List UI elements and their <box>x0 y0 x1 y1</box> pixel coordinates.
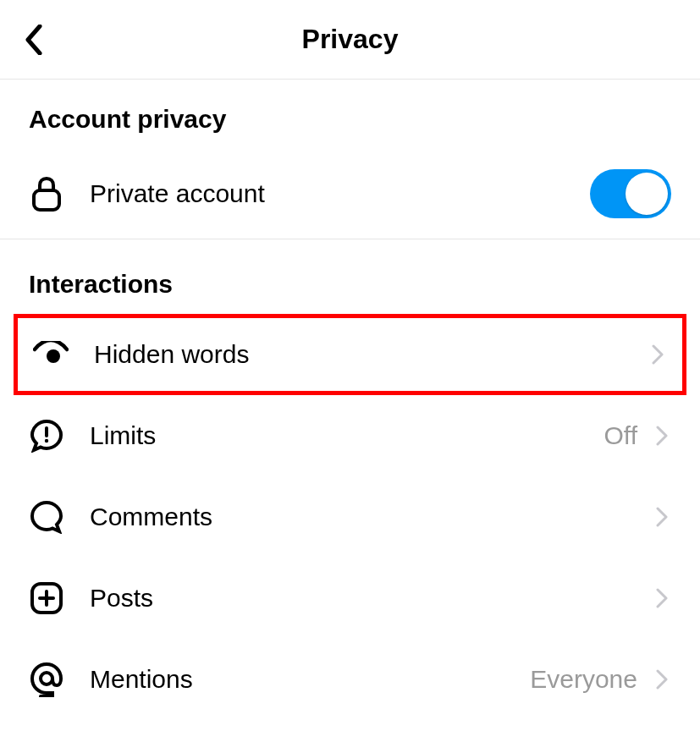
hidden-words-label: Hidden words <box>94 340 648 369</box>
chevron-right-icon <box>653 589 671 607</box>
back-button[interactable] <box>17 23 51 57</box>
svg-point-7 <box>41 673 52 684</box>
at-icon <box>29 662 64 697</box>
private-account-toggle[interactable] <box>590 169 671 218</box>
chevron-right-icon <box>653 670 671 689</box>
limits-label: Limits <box>90 421 604 450</box>
chevron-right-icon <box>653 426 671 445</box>
svg-point-3 <box>45 439 48 442</box>
comment-bubble-icon <box>29 499 64 535</box>
page-title: Privacy <box>0 24 700 55</box>
limits-value: Off <box>604 421 637 450</box>
limits-row[interactable]: Limits Off <box>0 395 700 476</box>
private-account-label: Private account <box>90 179 590 208</box>
section-header-interactions: Interactions <box>0 245 700 314</box>
chevron-left-icon <box>25 25 43 55</box>
chevron-right-icon <box>653 508 671 526</box>
lock-icon <box>29 176 64 212</box>
mentions-row[interactable]: Mentions Everyone <box>0 639 700 720</box>
chevron-right-icon <box>648 345 667 364</box>
private-account-row: Private account <box>0 149 700 239</box>
toggle-knob <box>626 173 668 215</box>
header: Privacy <box>0 0 700 80</box>
posts-label: Posts <box>90 584 653 613</box>
svg-rect-0 <box>34 190 59 210</box>
account-privacy-section: Account privacy Private account <box>0 80 700 239</box>
comments-row[interactable]: Comments <box>0 476 700 558</box>
mentions-value: Everyone <box>530 665 637 694</box>
mentions-label: Mentions <box>90 665 530 694</box>
hidden-words-row[interactable]: Hidden words <box>14 314 686 395</box>
comments-label: Comments <box>90 503 653 531</box>
hidden-eye-icon <box>33 337 69 372</box>
svg-point-1 <box>47 349 60 363</box>
alert-bubble-icon <box>29 418 64 453</box>
posts-row[interactable]: Posts <box>0 558 700 639</box>
interactions-section: Interactions Hidden words Limits Off <box>0 239 700 720</box>
plus-square-icon <box>29 580 64 616</box>
section-header-account-privacy: Account privacy <box>0 80 700 149</box>
